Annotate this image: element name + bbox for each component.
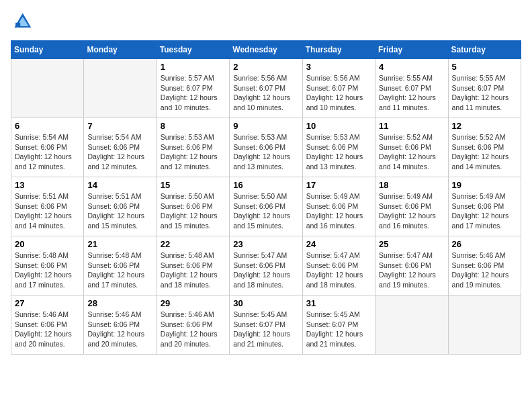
calendar-day-cell: 11Sunrise: 5:52 AM Sunset: 6:06 PM Dayli… [375,118,448,177]
day-number: 1 [161,62,226,72]
calendar-day-cell: 1Sunrise: 5:57 AM Sunset: 6:07 PM Daylig… [157,59,229,118]
day-number: 2 [233,62,298,72]
day-info: Sunrise: 5:52 AM Sunset: 6:06 PM Dayligh… [379,132,444,172]
calendar-week-row: 13Sunrise: 5:51 AM Sunset: 6:06 PM Dayli… [11,177,521,236]
day-number: 7 [87,121,152,131]
weekday-header: Sunday [11,41,84,59]
day-number: 5 [452,62,517,72]
page-header [11,11,521,32]
day-info: Sunrise: 5:57 AM Sunset: 6:07 PM Dayligh… [161,73,226,113]
calendar-day-cell: 5Sunrise: 5:55 AM Sunset: 6:07 PM Daylig… [448,59,521,118]
day-info: Sunrise: 5:53 AM Sunset: 6:06 PM Dayligh… [233,132,298,172]
calendar-day-cell: 9Sunrise: 5:53 AM Sunset: 6:06 PM Daylig… [230,118,302,177]
day-info: Sunrise: 5:48 AM Sunset: 6:06 PM Dayligh… [161,250,226,290]
calendar-day-cell: 16Sunrise: 5:50 AM Sunset: 6:06 PM Dayli… [230,177,302,236]
calendar-day-cell: 20Sunrise: 5:48 AM Sunset: 6:06 PM Dayli… [11,236,84,295]
day-number: 27 [15,298,80,308]
calendar-day-cell: 2Sunrise: 5:56 AM Sunset: 6:07 PM Daylig… [230,59,302,118]
day-info: Sunrise: 5:48 AM Sunset: 6:06 PM Dayligh… [87,250,152,290]
day-number: 18 [379,180,444,190]
day-number: 4 [379,62,444,72]
day-info: Sunrise: 5:45 AM Sunset: 6:07 PM Dayligh… [306,310,371,349]
day-number: 22 [161,239,226,249]
calendar-table: SundayMondayTuesdayWednesdayThursdayFrid… [11,40,521,355]
day-number: 15 [161,180,226,190]
day-info: Sunrise: 5:48 AM Sunset: 6:06 PM Dayligh… [15,250,80,290]
calendar-day-cell: 3Sunrise: 5:56 AM Sunset: 6:07 PM Daylig… [302,59,375,118]
day-info: Sunrise: 5:45 AM Sunset: 6:07 PM Dayligh… [233,310,298,349]
day-number: 21 [87,239,152,249]
day-info: Sunrise: 5:51 AM Sunset: 6:06 PM Dayligh… [87,191,152,231]
calendar-day-cell: 6Sunrise: 5:54 AM Sunset: 6:06 PM Daylig… [11,118,84,177]
day-info: Sunrise: 5:49 AM Sunset: 6:06 PM Dayligh… [379,191,444,231]
calendar-day-cell: 4Sunrise: 5:55 AM Sunset: 6:07 PM Daylig… [375,59,448,118]
day-info: Sunrise: 5:46 AM Sunset: 6:06 PM Dayligh… [161,310,226,349]
calendar-week-row: 1Sunrise: 5:57 AM Sunset: 6:07 PM Daylig… [11,59,521,118]
day-info: Sunrise: 5:56 AM Sunset: 6:07 PM Dayligh… [306,73,371,113]
calendar-day-cell: 14Sunrise: 5:51 AM Sunset: 6:06 PM Dayli… [84,177,157,236]
day-info: Sunrise: 5:54 AM Sunset: 6:06 PM Dayligh… [87,132,152,172]
weekday-header: Thursday [302,41,375,59]
day-number: 11 [379,121,444,131]
day-info: Sunrise: 5:49 AM Sunset: 6:06 PM Dayligh… [452,191,517,231]
day-number: 12 [452,121,517,131]
day-info: Sunrise: 5:52 AM Sunset: 6:06 PM Dayligh… [452,132,517,172]
day-number: 16 [233,180,298,190]
day-number: 10 [306,121,371,131]
calendar-day-cell: 29Sunrise: 5:46 AM Sunset: 6:06 PM Dayli… [157,295,229,355]
day-info: Sunrise: 5:50 AM Sunset: 6:06 PM Dayligh… [161,191,226,231]
day-info: Sunrise: 5:46 AM Sunset: 6:06 PM Dayligh… [452,250,517,290]
logo-icon [11,11,32,32]
day-info: Sunrise: 5:55 AM Sunset: 6:07 PM Dayligh… [452,73,517,113]
day-number: 3 [306,62,371,72]
day-info: Sunrise: 5:51 AM Sunset: 6:06 PM Dayligh… [15,191,80,231]
calendar-day-cell: 7Sunrise: 5:54 AM Sunset: 6:06 PM Daylig… [84,118,157,177]
calendar-day-cell: 23Sunrise: 5:47 AM Sunset: 6:06 PM Dayli… [230,236,302,295]
calendar-day-cell: 8Sunrise: 5:53 AM Sunset: 6:06 PM Daylig… [157,118,229,177]
weekday-header: Friday [375,41,448,59]
day-info: Sunrise: 5:50 AM Sunset: 6:06 PM Dayligh… [233,191,298,231]
day-number: 8 [161,121,226,131]
day-number: 23 [233,239,298,249]
calendar-day-cell: 21Sunrise: 5:48 AM Sunset: 6:06 PM Dayli… [84,236,157,295]
calendar-day-cell: 31Sunrise: 5:45 AM Sunset: 6:07 PM Dayli… [302,295,375,355]
day-info: Sunrise: 5:47 AM Sunset: 6:06 PM Dayligh… [306,250,371,290]
calendar-day-cell: 17Sunrise: 5:49 AM Sunset: 6:06 PM Dayli… [302,177,375,236]
calendar-day-cell: 24Sunrise: 5:47 AM Sunset: 6:06 PM Dayli… [302,236,375,295]
day-number: 30 [233,298,298,308]
calendar-day-cell: 10Sunrise: 5:53 AM Sunset: 6:06 PM Dayli… [302,118,375,177]
day-number: 13 [15,180,80,190]
day-info: Sunrise: 5:53 AM Sunset: 6:06 PM Dayligh… [161,132,226,172]
day-number: 29 [161,298,226,308]
calendar-day-cell: 19Sunrise: 5:49 AM Sunset: 6:06 PM Dayli… [448,177,521,236]
day-info: Sunrise: 5:46 AM Sunset: 6:06 PM Dayligh… [15,310,80,349]
day-number: 9 [233,121,298,131]
calendar-day-cell: 12Sunrise: 5:52 AM Sunset: 6:06 PM Dayli… [448,118,521,177]
day-number: 14 [87,180,152,190]
calendar-day-cell [84,59,157,118]
day-info: Sunrise: 5:53 AM Sunset: 6:06 PM Dayligh… [306,132,371,172]
day-number: 20 [15,239,80,249]
day-number: 28 [87,298,152,308]
weekday-header: Tuesday [157,41,229,59]
calendar-day-cell: 28Sunrise: 5:46 AM Sunset: 6:06 PM Dayli… [84,295,157,355]
day-info: Sunrise: 5:54 AM Sunset: 6:06 PM Dayligh… [15,132,80,172]
calendar-day-cell: 30Sunrise: 5:45 AM Sunset: 6:07 PM Dayli… [230,295,302,355]
svg-rect-2 [15,23,20,28]
day-info: Sunrise: 5:49 AM Sunset: 6:06 PM Dayligh… [306,191,371,231]
calendar-day-cell [448,295,521,355]
logo [11,11,35,32]
weekday-header: Monday [84,41,157,59]
calendar-day-cell [11,59,84,118]
day-number: 17 [306,180,371,190]
calendar-week-row: 27Sunrise: 5:46 AM Sunset: 6:06 PM Dayli… [11,295,521,355]
calendar-day-cell: 27Sunrise: 5:46 AM Sunset: 6:06 PM Dayli… [11,295,84,355]
calendar-day-cell: 13Sunrise: 5:51 AM Sunset: 6:06 PM Dayli… [11,177,84,236]
day-info: Sunrise: 5:56 AM Sunset: 6:07 PM Dayligh… [233,73,298,113]
day-number: 25 [379,239,444,249]
weekday-header: Wednesday [230,41,302,59]
day-number: 19 [452,180,517,190]
day-info: Sunrise: 5:47 AM Sunset: 6:06 PM Dayligh… [379,250,444,290]
calendar-header-row: SundayMondayTuesdayWednesdayThursdayFrid… [11,41,521,59]
weekday-header: Saturday [448,41,521,59]
